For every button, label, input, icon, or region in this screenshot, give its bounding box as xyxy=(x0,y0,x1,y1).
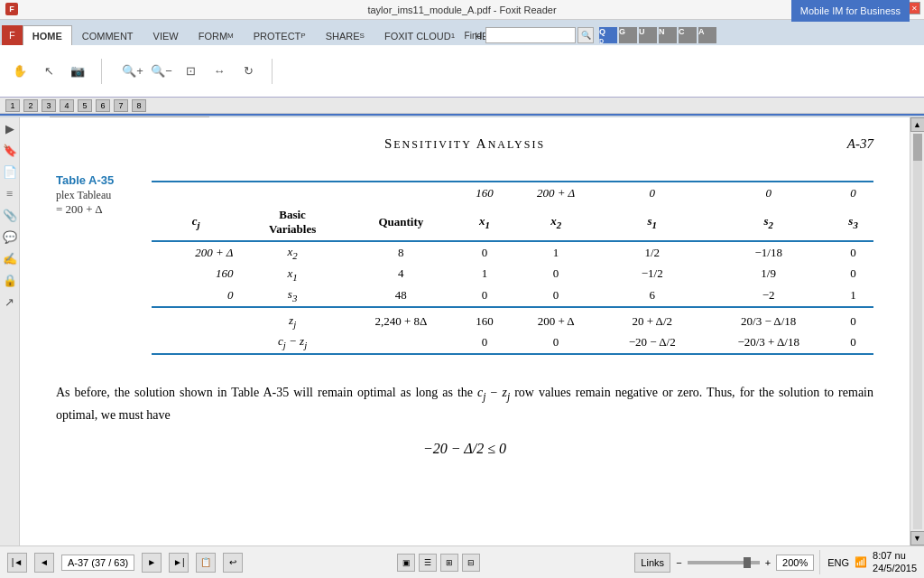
system-tray: ENG 📶 8:07 nu 24/5/2015 xyxy=(819,550,917,573)
close-button[interactable]: ✕ xyxy=(908,2,920,14)
scrollbar-right[interactable]: ▲ ▼ xyxy=(910,117,924,545)
tab-comment[interactable]: COMMENT xyxy=(72,25,143,45)
fit-width-btn[interactable]: ↔ xyxy=(207,59,232,84)
col-header-s1: s1 xyxy=(600,204,704,241)
rotate-btn[interactable]: ↻ xyxy=(236,59,261,84)
prev-page-btn[interactable]: ◄ xyxy=(34,553,54,573)
c-btn[interactable]: C xyxy=(679,27,697,43)
select-btn[interactable]: ↖ xyxy=(36,59,61,84)
last-page-btn[interactable]: ►| xyxy=(169,553,189,573)
status-right: Links − + 200% ENG 📶 8:07 nu 24/5/2015 xyxy=(634,550,917,573)
g-btn[interactable]: G xyxy=(619,27,637,43)
num-3[interactable]: 3 xyxy=(42,99,56,112)
ribbon: F HOME COMMENT VIEW FORMM PROTECTP SHARE… xyxy=(0,20,924,116)
links-btn[interactable]: Links xyxy=(634,553,670,573)
table-subtitle-2: = 200 + Δ xyxy=(56,202,137,217)
header-160: 160 xyxy=(457,182,512,204)
zoom-out-btn[interactable]: 🔍− xyxy=(149,59,174,84)
num-5[interactable]: 5 xyxy=(78,99,92,112)
a-btn[interactable]: A xyxy=(698,27,716,43)
row2-s2: 1/9 xyxy=(704,264,833,285)
num-6[interactable]: 6 xyxy=(96,99,110,112)
table-subtitle-1: plex Tableau xyxy=(56,189,137,202)
tab-foxit-cloud[interactable]: FOXIT CLOUD1 xyxy=(374,25,465,45)
zoom-plus-btn[interactable]: + xyxy=(765,557,771,568)
window-title: taylor_ims11_module_A.pdf - Foxit Reader xyxy=(367,5,556,15)
table-bottom-line xyxy=(152,354,873,356)
row1-qty: 8 xyxy=(345,241,457,264)
sidebar-page-icon[interactable]: 📄 xyxy=(2,164,18,181)
app-icon[interactable]: F xyxy=(5,3,18,15)
zoom-display[interactable]: 200% xyxy=(776,555,814,571)
num-1[interactable]: 1 xyxy=(5,99,20,112)
num-4[interactable]: 4 xyxy=(60,99,74,112)
scroll-down-btn[interactable]: ▼ xyxy=(910,531,925,545)
row3-qty: 48 xyxy=(345,284,457,307)
sidebar-arrow-icon[interactable]: ▶ xyxy=(2,121,18,137)
facing-btn[interactable]: ⊞ xyxy=(440,554,458,572)
next-page-btn[interactable]: ► xyxy=(142,553,162,573)
table-row: 160 x1 4 1 0 −1/2 1/9 0 xyxy=(152,264,873,285)
sidebar-comment-icon[interactable]: 💬 xyxy=(2,229,18,246)
number-strip: 1 2 3 4 5 6 7 8 xyxy=(0,98,924,114)
tab-share[interactable]: SHARES xyxy=(316,25,374,45)
sidebar-attach-icon[interactable]: 📎 xyxy=(2,208,18,224)
zj-s3: 0 xyxy=(833,307,873,332)
snapshot-btn[interactable]: 📷 xyxy=(65,59,90,84)
scroll-up-btn[interactable]: ▲ xyxy=(910,117,925,132)
sidebar-bookmark-icon[interactable]: 🔖 xyxy=(2,143,18,159)
page-indicator[interactable]: A-37 (37 / 63) xyxy=(61,555,134,571)
qd-btn[interactable]: QD xyxy=(599,27,617,43)
scroll-thumb[interactable] xyxy=(913,134,922,161)
tab-view[interactable]: VIEW xyxy=(143,25,189,45)
sidebar-sign-icon[interactable]: ✍ xyxy=(2,251,18,267)
fit-page-btn[interactable]: ⊡ xyxy=(178,59,203,84)
zoom-in-btn[interactable]: 🔍+ xyxy=(120,59,145,84)
mobile-im-banner[interactable]: Mobile IM for Business xyxy=(791,0,910,22)
find-label: Find xyxy=(465,31,482,41)
sidebar-layers-icon[interactable]: ≡ xyxy=(2,186,18,202)
row2-cj: 160 xyxy=(152,264,240,285)
row3-s3: 1 xyxy=(833,284,873,307)
tab-protect[interactable]: PROTECTP xyxy=(244,25,316,45)
row1-x2: 1 xyxy=(512,241,600,264)
zoom-slider-thumb[interactable] xyxy=(744,557,751,568)
num-8[interactable]: 8 xyxy=(132,99,146,112)
num-2[interactable]: 2 xyxy=(23,99,38,112)
find-search-btn[interactable]: 🔍 xyxy=(578,27,594,43)
status-center: ▣ ☰ ⊞ ⊟ xyxy=(397,554,480,572)
table-row: 0 s3 48 0 0 6 −2 1 xyxy=(152,284,873,307)
num-7[interactable]: 7 xyxy=(114,99,128,112)
snapshot-view-btn[interactable]: 📋 xyxy=(196,553,216,573)
sidebar-share-icon[interactable]: ↗ xyxy=(2,294,18,311)
u-btn[interactable]: U xyxy=(639,27,657,43)
row1-s2: −1/18 xyxy=(704,241,833,264)
view-group: 🔍+ 🔍− ⊡ ↔ ↻ xyxy=(120,59,273,84)
title-bar: F taylor_ims11_module_A.pdf - Foxit Read… xyxy=(0,0,924,20)
col-header-s2: s2 xyxy=(704,204,833,241)
cjzj-s2: −20/3 + Δ/18 xyxy=(704,331,833,354)
n-btn[interactable]: N xyxy=(659,27,677,43)
cover-btn[interactable]: ⊟ xyxy=(462,554,480,572)
first-page-btn[interactable]: |◄ xyxy=(7,553,27,573)
zoom-slider[interactable] xyxy=(688,561,760,564)
tab-file[interactable]: F xyxy=(2,25,23,45)
scroll-track[interactable] xyxy=(913,134,922,529)
zoom-minus-btn[interactable]: − xyxy=(676,557,681,568)
hand-tool-btn[interactable]: ✋ xyxy=(7,59,32,84)
reflow-btn[interactable]: ↩ xyxy=(223,553,243,573)
tab-home[interactable]: HOME xyxy=(23,25,72,45)
formula-text: −20 − Δ/2 ≤ 0 xyxy=(423,441,506,456)
table-section: Table A-35 plex Tableau = 200 + Δ 160 20… xyxy=(56,173,873,356)
row3-x1: 0 xyxy=(457,284,512,307)
clipboard-icons: ✋ ↖ 📷 xyxy=(7,59,90,84)
find-input[interactable] xyxy=(485,27,576,43)
continuous-btn[interactable]: ☰ xyxy=(419,554,437,572)
cj-zj-row: cj − zj 0 0 −20 − Δ/2 −20/3 + Δ/18 0 xyxy=(152,331,873,354)
zj-s1: 20 + Δ/2 xyxy=(600,307,704,332)
tab-form[interactable]: FORMM xyxy=(189,25,244,45)
single-page-btn[interactable]: ▣ xyxy=(397,554,415,572)
sidebar-lock-icon[interactable]: 🔒 xyxy=(2,273,18,289)
quick-access-btns: QD G U N C A xyxy=(599,27,716,43)
row3-x2: 0 xyxy=(512,284,600,307)
